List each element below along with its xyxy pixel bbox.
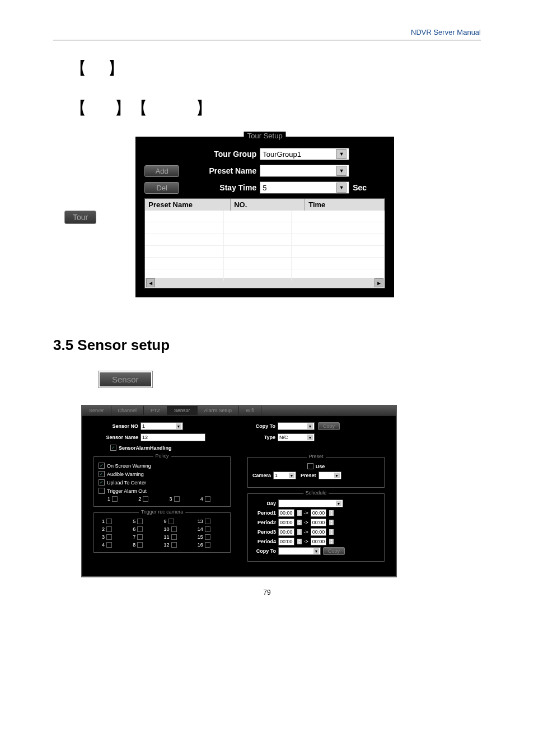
sensor-tabs: Server Channel PTZ Sensor Alarm Setup Wi… xyxy=(82,406,396,416)
copy-to-select[interactable]: ▼ xyxy=(278,422,315,430)
use-checkbox[interactable] xyxy=(307,463,313,469)
trigger-alarm-out-checkbox[interactable] xyxy=(99,488,105,494)
tour-button[interactable]: Tour xyxy=(64,211,96,224)
cam-4-checkbox[interactable] xyxy=(106,542,112,548)
camera-label: Camera xyxy=(252,473,271,478)
tab-channel[interactable]: Channel xyxy=(111,406,144,415)
period2-to[interactable]: 00:00 xyxy=(311,519,327,526)
preset-legend: Preset xyxy=(306,454,325,459)
chevron-down-icon: ▼ xyxy=(336,501,341,506)
schedule-fieldset: Schedule Day ▼ Period1 00:00▲▼ -> 00:00▲… xyxy=(247,493,385,562)
tour-table: Preset Name NO. Time ◄ ► xyxy=(144,198,385,288)
period1-to[interactable]: 00:00 xyxy=(311,509,327,517)
chevron-down-icon: ▼ xyxy=(176,423,181,429)
cam-9-checkbox[interactable] xyxy=(168,519,174,524)
on-screen-warning-checkbox[interactable]: ✓ xyxy=(99,463,105,469)
schedule-copy-to-select[interactable]: ▼ xyxy=(278,547,321,555)
sensor-panel: Server Channel PTZ Sensor Alarm Setup Wi… xyxy=(81,405,397,577)
sensor-button[interactable]: Sensor xyxy=(100,372,151,386)
page-number: 79 xyxy=(53,589,481,596)
period4-to[interactable]: 00:00 xyxy=(311,538,327,545)
sensor-no-label: Sensor NO xyxy=(93,423,140,429)
tour-setup-panel: Tour Setup Tour Group TourGroup1▼ Add Pr… xyxy=(135,137,394,297)
preset-name-select[interactable]: ▼ xyxy=(260,165,349,177)
upload-to-center-checkbox[interactable]: ✓ xyxy=(99,479,105,486)
period3-from[interactable]: 00:00 xyxy=(278,528,294,536)
cam-16-checkbox[interactable] xyxy=(205,542,210,548)
schedule-copy-button[interactable]: Copy xyxy=(323,547,345,555)
cam-14-checkbox[interactable] xyxy=(205,526,210,532)
period2-from[interactable]: 00:00 xyxy=(278,519,294,526)
cam-10-checkbox[interactable] xyxy=(171,526,177,532)
chevron-down-icon: ▼ xyxy=(336,149,346,159)
period1-from[interactable]: 00:00 xyxy=(278,509,294,517)
cam-8-checkbox[interactable] xyxy=(137,542,143,548)
col-preset-name: Preset Name xyxy=(145,199,231,211)
sensor-name-label: Sensor Name xyxy=(93,435,140,440)
period4-from[interactable]: 00:00 xyxy=(278,538,294,545)
cam-1-checkbox[interactable] xyxy=(106,519,112,524)
schedule-copy-to-label: Copy To xyxy=(252,548,276,554)
type-label: Type xyxy=(247,435,278,440)
copy-to-label: Copy To xyxy=(247,423,278,429)
stay-time-select[interactable]: 5▼ xyxy=(260,181,349,194)
del-button[interactable]: Del xyxy=(144,182,179,194)
day-select[interactable]: ▼ xyxy=(278,500,343,507)
sensor-alarm-handling-checkbox[interactable]: ✓ xyxy=(110,445,116,451)
tour-group-label: Tour Group xyxy=(195,150,260,158)
bracket-line-2: 【 】【 】 xyxy=(70,97,481,120)
tab-server[interactable]: Server xyxy=(82,406,111,415)
camera-select[interactable]: 1▼ xyxy=(273,472,296,479)
tour-group-select[interactable]: TourGroup1▼ xyxy=(260,148,349,160)
chevron-down-icon: ▼ xyxy=(334,473,340,478)
cam-11-checkbox[interactable] xyxy=(171,534,177,540)
chevron-down-icon: ▼ xyxy=(313,548,319,554)
bracket-line-1: 【 】 xyxy=(70,57,481,80)
cam-5-checkbox[interactable] xyxy=(137,519,143,524)
alarm-out-2-checkbox[interactable] xyxy=(143,496,148,502)
tab-wifi[interactable]: Wifi xyxy=(239,406,261,415)
cam-13-checkbox[interactable] xyxy=(205,519,210,524)
chevron-down-icon: ▼ xyxy=(336,166,346,176)
sensor-alarm-handling-label: SensorAlarmHandling xyxy=(119,445,172,451)
cam-12-checkbox[interactable] xyxy=(171,542,177,548)
scroll-left-icon[interactable]: ◄ xyxy=(146,278,155,287)
chevron-down-icon: ▼ xyxy=(307,423,313,429)
cam-6-checkbox[interactable] xyxy=(137,526,143,532)
chevron-down-icon: ▼ xyxy=(307,435,313,440)
policy-legend: Policy xyxy=(153,453,171,459)
scroll-right-icon[interactable]: ► xyxy=(374,278,383,287)
copy-button[interactable]: Copy xyxy=(318,422,340,430)
preset-name-label: Preset Name xyxy=(195,166,260,175)
sensor-no-select[interactable]: 1▼ xyxy=(140,422,183,430)
add-button[interactable]: Add xyxy=(144,165,179,177)
audible-warning-checkbox[interactable]: ✓ xyxy=(99,471,105,477)
sensor-name-input[interactable]: 12 xyxy=(140,433,205,441)
sec-label: Sec xyxy=(353,183,367,192)
stay-time-label: Stay Time xyxy=(195,183,260,192)
col-time: Time xyxy=(305,199,385,211)
trigger-rec-legend: Trigger rec camera xyxy=(139,509,186,515)
cam-7-checkbox[interactable] xyxy=(137,534,143,540)
cam-3-checkbox[interactable] xyxy=(106,534,112,540)
period3-to[interactable]: 00:00 xyxy=(311,528,327,536)
tab-ptz[interactable]: PTZ xyxy=(144,406,167,415)
chevron-down-icon: ▼ xyxy=(289,473,294,478)
alarm-out-3-checkbox[interactable] xyxy=(174,496,180,502)
alarm-out-4-checkbox[interactable] xyxy=(205,496,210,502)
tab-sensor[interactable]: Sensor xyxy=(167,406,198,415)
trigger-rec-fieldset: Trigger rec camera 1 5 9 13 2 6 10 14 3 … xyxy=(93,512,231,553)
tab-alarm-setup[interactable]: Alarm Setup xyxy=(198,406,240,415)
schedule-legend: Schedule xyxy=(303,490,329,496)
type-select[interactable]: N/C▼ xyxy=(278,433,315,441)
header-right: NDVR Server Manual xyxy=(53,28,481,40)
day-label: Day xyxy=(252,501,276,506)
tour-setup-title: Tour Setup xyxy=(244,132,286,140)
alarm-out-1-checkbox[interactable] xyxy=(112,496,118,502)
preset-select[interactable]: ▼ xyxy=(318,472,341,479)
policy-fieldset: Policy ✓On Screen Warning ✓Audible Warni… xyxy=(93,456,231,507)
chevron-down-icon: ▼ xyxy=(336,183,346,193)
preset-label: Preset xyxy=(301,473,316,478)
cam-15-checkbox[interactable] xyxy=(205,534,210,540)
cam-2-checkbox[interactable] xyxy=(106,526,112,532)
